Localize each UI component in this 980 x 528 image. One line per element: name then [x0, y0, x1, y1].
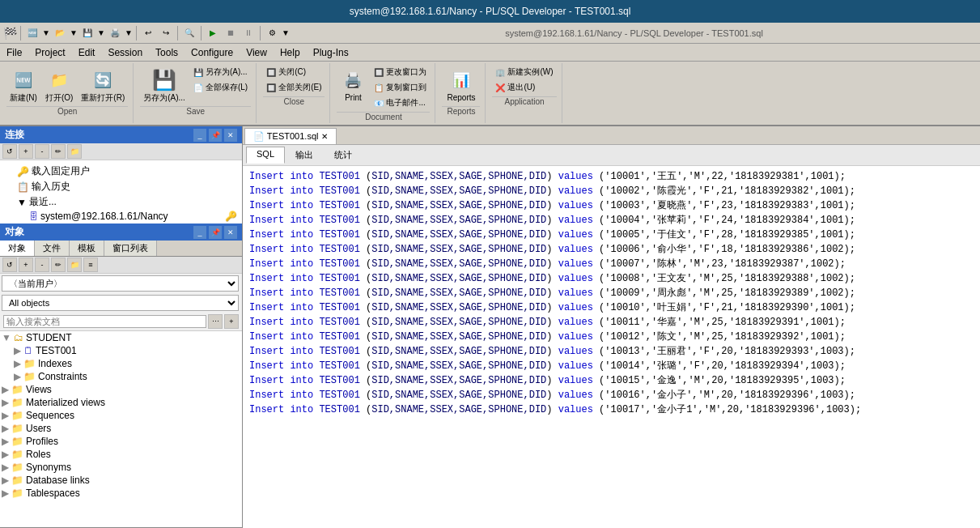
find-btn[interactable]: 🔍 [181, 25, 197, 41]
save-icon-btn[interactable]: 💾 [79, 25, 95, 41]
save-main-icon: 💾 [193, 68, 203, 77]
tree-dblinks[interactable]: ▶ 📁 Database links [0, 474, 242, 487]
sql-editor[interactable]: Insert into TEST001 (SID,SNAME,SSEX,SAGE… [243, 166, 980, 528]
menu-configure[interactable]: Configure [185, 44, 240, 61]
stop-btn[interactable]: ⏹ [223, 25, 239, 41]
profiles-expand-icon: ▶ [2, 436, 9, 447]
search-menu-btn[interactable]: ⋯ [208, 314, 223, 329]
conn-add-btn[interactable]: + [19, 144, 33, 159]
objects-close-btn[interactable]: ✕ [224, 226, 237, 239]
application-sub-btns: 🏢 新建实例(W) ❌ 退出(U) [492, 65, 556, 95]
ribbon-saveall-btn[interactable]: 📄 全部保存(L) [190, 80, 251, 95]
copywindow-icon: 📋 [374, 83, 384, 92]
run-btn[interactable]: ▶ [205, 25, 221, 41]
pause-btn[interactable]: ⏸ [240, 25, 257, 41]
search-input[interactable] [3, 315, 206, 328]
dropdown-bp[interactable]: ▼ [282, 25, 290, 41]
ribbon-new-btn[interactable]: 🆕 新建(N) [6, 65, 40, 104]
dropdown-save[interactable]: ▼ [97, 25, 105, 41]
objects-pin-btn[interactable]: 📌 [209, 226, 222, 239]
tree-indexes[interactable]: ▶ 📁 Indexes [0, 357, 242, 370]
open-icon-btn[interactable]: 📂 [52, 25, 68, 41]
tree-student[interactable]: ▼ 🗂 STUDENT [0, 331, 242, 344]
user-dropdown[interactable]: 〈当前用户〉 [2, 275, 239, 292]
tree-constraints[interactable]: ▶ 📁 Constraints [0, 370, 242, 383]
connection-pin-btn[interactable]: 📌 [209, 129, 222, 142]
sql-line: Insert into TEST001 (SID,SNAME,SSEX,SAGE… [249, 198, 974, 213]
ribbon-open-btn[interactable]: 📁 打开(O) [42, 65, 76, 104]
dropdown-print[interactable]: ▼ [125, 25, 133, 41]
menu-edit[interactable]: Edit [72, 44, 102, 61]
conn-tree-item-3[interactable]: 🗄 system@192.168.1.61/Nancy 🔑 [3, 210, 239, 223]
editor-tab-output[interactable]: 输出 [285, 147, 324, 164]
connection-min-btn[interactable]: _ [193, 129, 206, 142]
connection-close-btn[interactable]: ✕ [224, 129, 237, 142]
ribbon-newinstance-btn[interactable]: 🏢 新建实例(W) [492, 65, 556, 79]
breakpoints-btn[interactable]: ⚙ [264, 25, 280, 41]
obj-folder-btn[interactable]: 📁 [67, 258, 82, 272]
tree-matviews[interactable]: ▶ 📁 Materialized views [0, 396, 242, 409]
menu-plugins[interactable]: Plug-Ins [307, 44, 355, 61]
obj-tab-windowlist[interactable]: 窗口列表 [104, 241, 157, 256]
dropdown-new[interactable]: ▼ [42, 25, 50, 41]
search-add-btn[interactable]: + [224, 314, 239, 329]
tree-users[interactable]: ▶ 📁 Users [0, 422, 242, 435]
obj-remove-btn[interactable]: - [35, 258, 49, 272]
tree-synonyms[interactable]: ▶ 📁 Synonyms [0, 461, 242, 474]
save-ribbon-icon: 💾 [151, 67, 177, 93]
ribbon-save-btn[interactable]: 💾 另存为(A)... [140, 65, 189, 104]
tree-test001[interactable]: ▶ 🗒 TEST001 [0, 344, 242, 357]
conn-refresh-btn[interactable]: ↺ [2, 144, 17, 159]
ribbon-closeall-btn[interactable]: 🔲 全部关闭(E) [263, 80, 325, 95]
tablespaces-folder-icon: 📁 [11, 488, 23, 499]
filter-dropdown[interactable]: All objects [2, 295, 239, 311]
right-panel: 📄 TEST001.sql ✕ SQL 输出 统计 Insert into TE… [243, 126, 980, 528]
conn-tree-item-2[interactable]: ▼ 最近... [3, 194, 239, 210]
conn-tree-item-1[interactable]: 📋 输入历史 [3, 179, 239, 194]
menu-file[interactable]: File [0, 44, 28, 61]
conn-folder-btn[interactable]: 📁 [67, 144, 82, 159]
obj-add-btn[interactable]: + [19, 258, 33, 272]
exit-icon: ❌ [495, 83, 505, 92]
obj-refresh-btn[interactable]: ↺ [2, 258, 17, 272]
tree-tablespaces[interactable]: ▶ 📁 Tablespaces [0, 487, 242, 500]
ribbon-exit-btn[interactable]: ❌ 退出(U) [492, 80, 556, 95]
obj-tab-objects[interactable]: 对象 [0, 241, 35, 256]
redo-btn[interactable]: ↪ [158, 25, 174, 41]
conn-remove-btn[interactable]: - [35, 144, 49, 159]
tree-views[interactable]: ▶ 📁 Views [0, 383, 242, 396]
dropdown-open[interactable]: ▼ [70, 25, 78, 41]
conn-tree-item-0[interactable]: 🔑 载入固定用户 [3, 164, 239, 179]
objects-min-btn[interactable]: _ [193, 226, 206, 239]
sql-tab-file[interactable]: 📄 TEST001.sql ✕ [244, 128, 337, 144]
obj-edit-btn[interactable]: ✏ [51, 258, 66, 272]
new-icon-btn[interactable]: 🆕 [24, 25, 40, 41]
editor-tab-sql[interactable]: SQL [246, 147, 285, 164]
menu-view[interactable]: View [240, 44, 274, 61]
ribbon-save-main[interactable]: 💾 另存为(A)... [190, 65, 251, 79]
menu-tools[interactable]: Tools [149, 44, 185, 61]
sql-tab-close-icon[interactable]: ✕ [321, 132, 328, 141]
ribbon-copywindow-btn[interactable]: 📋 复制窗口到 [371, 80, 430, 95]
ribbon-print-btn[interactable]: 🖨️ Print [337, 65, 369, 104]
undo-btn[interactable]: ↩ [140, 25, 156, 41]
menu-project[interactable]: Project [28, 44, 71, 61]
print-icon-btn[interactable]: 🖨️ [107, 25, 123, 41]
editor-tab-stats[interactable]: 统计 [324, 147, 363, 164]
tree-roles[interactable]: ▶ 📁 Roles [0, 448, 242, 461]
sql-line: Insert into TEST001 (SID,SNAME,SSEX,SAGE… [249, 402, 974, 417]
ribbon-reopen-btn[interactable]: 🔄 重新打开(R) [78, 65, 128, 104]
ribbon-close-btn[interactable]: 🔲 关闭(C) [263, 65, 325, 79]
conn-edit-btn[interactable]: ✏ [51, 144, 66, 159]
objects-section: 对象 _ 📌 ✕ 对象 文件 模板 窗口列表 ↺ + - ✏ 📁 ≡ [0, 224, 242, 528]
obj-tab-templates[interactable]: 模板 [70, 241, 104, 256]
tree-profiles[interactable]: ▶ 📁 Profiles [0, 435, 242, 448]
obj-tab-files[interactable]: 文件 [35, 241, 70, 256]
menu-session[interactable]: Session [101, 44, 149, 61]
tree-sequences[interactable]: ▶ 📁 Sequences [0, 409, 242, 422]
obj-expand-btn[interactable]: ≡ [83, 258, 98, 272]
ribbon-email-btn[interactable]: 📧 电子邮件... [371, 96, 430, 110]
ribbon-reports-btn[interactable]: 📊 Reports [443, 65, 478, 104]
ribbon-changewindow-btn[interactable]: 🔲 更改窗口为 [371, 65, 430, 79]
menu-help[interactable]: Help [274, 44, 307, 61]
